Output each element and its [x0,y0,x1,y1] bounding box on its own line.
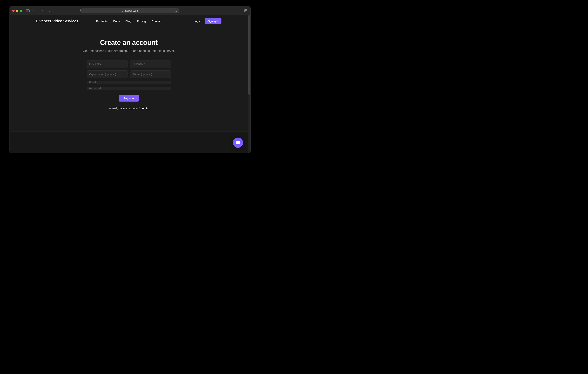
page-title: Create an account [100,39,158,47]
forward-icon[interactable] [48,9,51,13]
chat-widget-button[interactable] [233,138,243,148]
main-content: Create an account Get free access to our… [10,27,248,110]
brand-logo[interactable]: Livepeer Video Services [36,19,78,23]
close-window-button[interactable] [12,10,15,12]
maximize-window-button[interactable] [20,10,22,12]
nav-blog[interactable]: Blog [126,20,131,23]
minimize-window-button[interactable] [16,10,18,12]
sidebar-toggle-icon[interactable] [26,9,30,13]
chevron-right-icon [217,20,219,22]
lock-icon [122,10,124,12]
svg-rect-7 [245,10,246,11]
chevron-down-icon[interactable] [32,9,36,13]
login-link[interactable]: Log in [193,20,201,23]
back-icon[interactable] [41,9,45,13]
footer-region [10,131,248,153]
phone-input[interactable] [130,71,171,78]
first-name-input[interactable] [87,60,127,68]
share-icon[interactable] [228,9,232,13]
login-inline-link[interactable]: Log in [141,107,148,110]
email-input[interactable] [87,81,171,84]
register-button[interactable]: Register [119,95,139,102]
nav-products[interactable]: Products [96,20,108,23]
browser-window: livepeer.com Livepeer Video Ser [10,6,251,153]
svg-rect-4 [122,11,123,12]
svg-rect-9 [245,11,246,12]
vertical-scrollbar[interactable] [248,15,251,153]
svg-rect-10 [246,11,247,12]
last-name-input[interactable] [130,60,171,68]
new-tab-icon[interactable] [236,9,240,13]
url-field[interactable]: livepeer.com [81,8,179,13]
password-input[interactable] [87,87,171,90]
main-nav: Products Docs Blog Pricing Contact [96,20,162,23]
site-header: Livepeer Video Services Products Docs Bl… [10,15,248,27]
organization-input[interactable] [87,71,127,78]
titlebar: livepeer.com [10,6,251,15]
nav-contact[interactable]: Contact [152,20,162,23]
svg-rect-0 [26,10,30,12]
scrollbar-thumb[interactable] [248,15,250,95]
already-text: Already have an account? [109,107,141,110]
signup-label: Sign up [207,20,217,22]
chat-icon [236,140,240,145]
signup-button[interactable]: Sign up [205,18,221,24]
page-viewport: Livepeer Video Services Products Docs Bl… [10,15,248,153]
window-traffic-lights [12,10,22,12]
signup-form: Register Already have an account? Log in [87,60,171,110]
already-have-account: Already have an account? Log in [87,107,171,110]
page-subtitle: Get free access to our streaming API and… [83,49,175,53]
url-text: livepeer.com [125,9,138,12]
tab-overview-icon[interactable] [244,9,248,13]
nav-pricing[interactable]: Pricing [137,20,146,23]
svg-rect-8 [246,10,247,11]
nav-docs[interactable]: Docs [113,20,120,23]
reload-icon[interactable] [174,10,177,12]
